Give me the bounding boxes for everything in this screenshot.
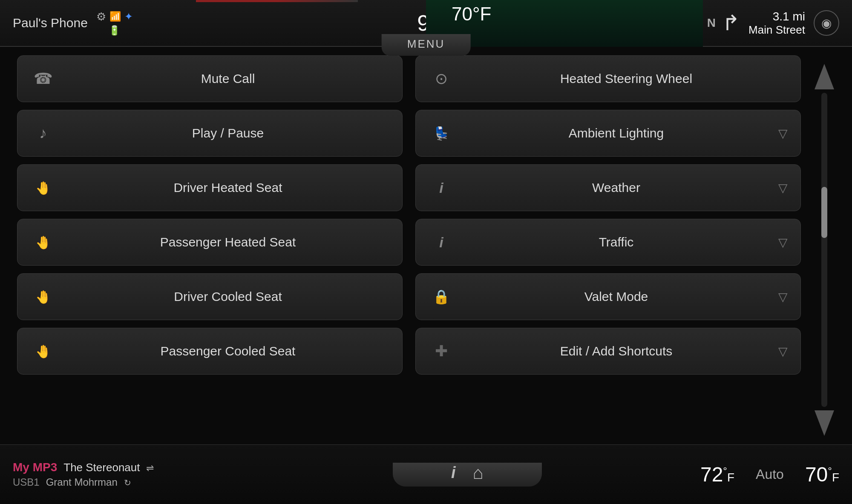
temp-right-value: 70°F: [805, 463, 839, 486]
driver-cooled-seat-label: Driver Cooled Seat: [66, 289, 389, 304]
edit-shortcuts-button[interactable]: ✚ Edit / Add Shortcuts ▽: [415, 328, 801, 375]
nav-info: 3.1 mi Main Street: [748, 10, 805, 37]
status-icons: ⚙ 📶 ✦ 🔋: [96, 10, 133, 36]
repeat-icon[interactable]: ↻: [124, 478, 131, 488]
header-temperature: 70°F: [452, 3, 491, 24]
ambient-lighting-label: Ambient Lighting: [465, 126, 768, 140]
heated-steering-wheel-button[interactable]: ⊙ Heated Steering Wheel: [415, 55, 801, 102]
compass: N: [707, 16, 716, 30]
traffic-label: Traffic: [465, 235, 768, 249]
scroll-down-button[interactable]: [815, 410, 834, 436]
heated-hand-icon-1: 🤚: [30, 180, 56, 195]
cooled-seat-icon-1: 🤚: [30, 289, 56, 304]
weather-icon: i: [429, 180, 454, 196]
lock-icon: 🔒: [429, 289, 454, 305]
climate-controls: 72°F Auto 70°F: [700, 463, 852, 486]
f-label-left: F: [727, 471, 734, 484]
phone-icon: ☎: [30, 70, 56, 88]
temp-right-number: 70: [805, 463, 828, 486]
track-name: The Stereonaut: [63, 461, 140, 474]
heated-steering-wheel-label: Heated Steering Wheel: [465, 72, 788, 86]
bottom-nav-tab: i ⌂: [393, 463, 542, 487]
cooled-seat-icon-2: 🤚: [30, 344, 56, 359]
weather-button[interactable]: i Weather ▽: [415, 164, 801, 211]
menu-label: MENU: [407, 37, 445, 50]
f-label-right: F: [832, 471, 839, 484]
home-button[interactable]: ⌂: [473, 463, 484, 483]
music-icon: ♪: [30, 124, 56, 142]
menu-tab[interactable]: MENU: [382, 34, 471, 56]
map-icon: ◉: [821, 16, 832, 30]
artist-name: Grant Mohrman: [46, 476, 118, 488]
bottom-center: i ⌂: [234, 463, 700, 487]
valet-mode-label: Valet Mode: [465, 289, 768, 304]
scroll-thumb[interactable]: [821, 187, 827, 238]
driver-heated-seat-button[interactable]: 🤚 Driver Heated Seat: [17, 164, 403, 211]
weather-label: Weather: [465, 180, 768, 195]
traffic-button[interactable]: i Traffic ▽: [415, 219, 801, 266]
mute-call-button[interactable]: ☎ Mute Call: [17, 55, 403, 102]
ambient-lighting-chevron: ▽: [778, 126, 788, 140]
degree-right: °: [828, 465, 832, 476]
status-left: Paul's Phone ⚙ 📶 ✦ 🔋: [0, 10, 170, 36]
battery-icon: 🔋: [109, 25, 120, 36]
media-source: My MP3: [13, 461, 57, 474]
map-icon-button[interactable]: ◉: [814, 10, 839, 36]
nav-direction: N ↱: [707, 11, 740, 35]
add-icon: ✚: [429, 342, 454, 360]
edit-shortcuts-chevron: ▽: [778, 344, 788, 358]
steering-wheel-icon: ⊙: [429, 70, 454, 88]
heated-hand-icon-2: 🤚: [30, 235, 56, 250]
turn-arrow-icon: ↱: [722, 11, 740, 35]
status-right: N ↱ 3.1 mi Main Street ◉: [707, 10, 852, 37]
right-column: ⊙ Heated Steering Wheel 💺 Ambient Lighti…: [415, 55, 801, 436]
bottom-bar: My MP3 The Stereonaut ⇌ USB1 Grant Mohrm…: [0, 444, 852, 504]
phone-name: Paul's Phone: [13, 16, 88, 30]
ambient-lighting-button[interactable]: 💺 Ambient Lighting ▽: [415, 110, 801, 157]
temp-left-number: 72: [700, 463, 723, 486]
info-button[interactable]: i: [451, 464, 456, 482]
left-column: ☎ Mute Call ♪ Play / Pause 🤚 Driver Heat…: [17, 55, 403, 436]
settings-icon: ⚙: [96, 10, 106, 23]
climate-mode: Auto: [756, 467, 784, 482]
scroll-up-button[interactable]: [815, 64, 834, 89]
edit-shortcuts-label: Edit / Add Shortcuts: [465, 344, 768, 358]
seat-icon: 💺: [429, 126, 454, 141]
main-content: ☎ Mute Call ♪ Play / Pause 🤚 Driver Heat…: [0, 47, 852, 444]
temp-gradient: [196, 0, 358, 2]
valet-mode-chevron: ▽: [778, 290, 788, 304]
passenger-cooled-seat-label: Passenger Cooled Seat: [66, 344, 389, 358]
mute-call-label: Mute Call: [66, 72, 389, 86]
scrollbar: [814, 55, 835, 436]
shuffle-icon[interactable]: ⇌: [146, 463, 154, 474]
bluetooth-icon: ✦: [124, 11, 133, 23]
status-bar: Paul's Phone ⚙ 📶 ✦ 🔋 9:42 70°F MENU N ↱ …: [0, 0, 852, 47]
passenger-heated-seat-label: Passenger Heated Seat: [66, 235, 389, 249]
degree-left: °: [723, 465, 727, 476]
play-pause-button[interactable]: ♪ Play / Pause: [17, 110, 403, 157]
driver-heated-seat-label: Driver Heated Seat: [66, 180, 389, 195]
weather-chevron: ▽: [778, 181, 788, 195]
driver-cooled-seat-button[interactable]: 🤚 Driver Cooled Seat: [17, 273, 403, 320]
valet-mode-button[interactable]: 🔒 Valet Mode ▽: [415, 273, 801, 320]
nav-distance: 3.1 mi: [773, 10, 805, 23]
play-pause-label: Play / Pause: [66, 126, 389, 140]
traffic-chevron: ▽: [778, 235, 788, 249]
scroll-track: [821, 93, 827, 407]
traffic-icon: i: [429, 234, 454, 251]
signal-icon: 📶: [109, 11, 121, 22]
temp-display-area: 70°F: [452, 3, 491, 25]
usb-source: USB1: [13, 476, 40, 488]
temp-left-value: 72°F: [700, 463, 734, 486]
media-info: My MP3 The Stereonaut ⇌ USB1 Grant Mohrm…: [0, 461, 234, 488]
nav-street: Main Street: [748, 23, 805, 37]
passenger-cooled-seat-button[interactable]: 🤚 Passenger Cooled Seat: [17, 328, 403, 375]
passenger-heated-seat-button[interactable]: 🤚 Passenger Heated Seat: [17, 219, 403, 266]
